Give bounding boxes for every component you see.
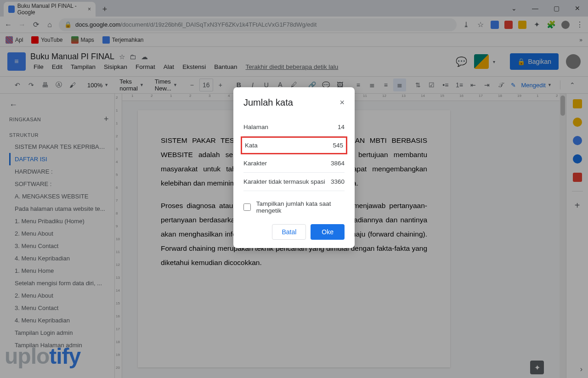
cancel-button[interactable]: Batal (272, 224, 306, 240)
checkbox-input[interactable] (243, 203, 251, 211)
word-count-row: Halaman14 (243, 118, 345, 136)
show-while-typing-checkbox[interactable]: Tampilkan jumlah kata saat mengetik (243, 200, 345, 214)
word-count-row: Karakter3864 (243, 154, 345, 173)
dialog-close-button[interactable]: × (339, 98, 345, 107)
ok-button[interactable]: Oke (311, 224, 345, 240)
dialog-title: Jumlah kata (243, 97, 293, 108)
word-count-row: Kata545 (241, 136, 347, 154)
modal-overlay[interactable]: Jumlah kata × Halaman14Kata545Karakter38… (0, 0, 588, 378)
word-count-dialog: Jumlah kata × Halaman14Kata545Karakter38… (233, 87, 355, 248)
word-count-row: Karakter tidak termasuk spasi3360 (243, 173, 345, 191)
